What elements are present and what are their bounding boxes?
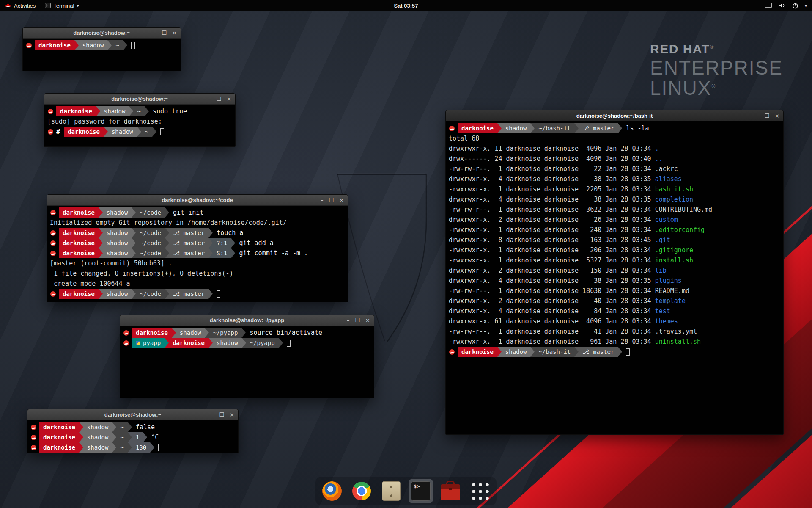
terminal-window-home-1[interactable]: darknoise@shadow:~ – ☐ × darknoiseshadow…	[22, 27, 181, 71]
ls-row: drwxrwxr-x. 4 darknoise darknoise 38 Jan…	[449, 276, 780, 286]
window-titlebar[interactable]: darknoise@shadow:~ – ☐ ×	[27, 409, 238, 420]
prompt-segment-git: ⎇ master	[169, 289, 208, 299]
close-button[interactable]: ×	[230, 412, 234, 417]
maximize-button[interactable]: ☐	[219, 412, 224, 417]
chevron-down-icon[interactable]: ▾	[805, 3, 807, 8]
window-titlebar[interactable]: darknoise@shadow:~/code – ☐ ×	[47, 195, 348, 206]
window-titlebar[interactable]: darknoise@shadow:~/pyapp – ☐ ×	[120, 315, 374, 326]
command-text: source bin/activate	[250, 329, 322, 337]
ls-meta: -rw-rw-r--. 1 darknoise darknoise 3622 J…	[449, 206, 655, 213]
window-title: darknoise@shadow:~	[111, 96, 168, 102]
segment-text: shadow	[112, 128, 133, 135]
powerline-arrow	[231, 238, 235, 248]
activities-button[interactable]: Activities	[0, 0, 40, 11]
powerline-arrow	[129, 106, 133, 116]
segment-text: darknoise	[68, 128, 100, 135]
terminal-line: darknoiseshadow~/bash-it⎇ master	[449, 347, 780, 357]
prompt-segment-user: darknoise	[59, 238, 99, 248]
ls-meta: drwxrwxr-x. 8 darknoise darknoise 163 Ja…	[449, 236, 655, 244]
volume-icon[interactable]	[779, 3, 786, 8]
segment-text: ~/code	[140, 290, 161, 297]
terminal-content[interactable]: darknoiseshadow~/codegit initInitialized…	[47, 206, 348, 302]
powerline-arrow	[99, 238, 103, 248]
close-button[interactable]: ×	[172, 30, 177, 36]
terminal-content[interactable]: darknoiseshadow~sudo true[sudo] password…	[44, 105, 235, 146]
power-icon[interactable]	[792, 3, 798, 9]
system-status-area[interactable]: ▾	[765, 0, 812, 11]
minimize-button[interactable]: –	[347, 318, 350, 323]
powerline-arrow	[132, 238, 136, 248]
terminal-line: darknoiseshadow~/pyappsource bin/activat…	[123, 328, 371, 338]
powerline-arrow	[208, 228, 213, 238]
dock-item-toolbox[interactable]	[438, 479, 463, 503]
maximize-button[interactable]: ☐	[162, 30, 167, 36]
ls-meta: drwxrwxr-x. 2 darknoise darknoise 26 Jan…	[449, 216, 655, 224]
terminal-content[interactable]: darknoiseshadow~	[23, 39, 181, 71]
terminal-window-home-2[interactable]: darknoise@shadow:~ – ☐ × darknoiseshadow…	[27, 409, 239, 453]
window-titlebar[interactable]: darknoise@shadow:~ – ☐ ×	[23, 28, 181, 39]
window-titlebar[interactable]: darknoise@shadow:~/bash-it – ☐ ×	[446, 110, 783, 121]
maximize-button[interactable]: ☐	[329, 197, 334, 203]
segment-text: ~	[145, 128, 148, 135]
prompt-segment-host: shadow	[103, 289, 132, 299]
file-manager-icon	[382, 481, 401, 501]
prompt-segment-host: shadow	[83, 442, 112, 453]
terminal-window-pyapp[interactable]: darknoise@shadow:~/pyapp – ☐ × darknoise…	[120, 315, 374, 398]
prompt-segment-user: darknoise	[59, 289, 99, 299]
display-icon[interactable]	[765, 3, 772, 8]
terminal-content[interactable]: darknoiseshadow~/bash-it⎇ masterls -lato…	[446, 121, 783, 434]
powerline-arrow	[79, 422, 83, 432]
segment-text: ~/code	[140, 229, 161, 236]
terminal-window-sudo[interactable]: darknoise@shadow:~ – ☐ × darknoiseshadow…	[44, 93, 236, 147]
clock[interactable]: Sat 03:57	[394, 3, 418, 9]
powerline-arrow	[112, 432, 116, 442]
command-text: touch a	[217, 229, 243, 237]
redhat-prompt-icon	[48, 129, 53, 135]
maximize-button[interactable]: ☐	[764, 113, 769, 119]
segment-text: darknoise	[173, 340, 205, 346]
dock-item-terminal[interactable]	[409, 479, 433, 503]
powerline-arrow	[137, 127, 141, 137]
segment-text: darknoise	[461, 348, 494, 355]
segment-text: ⎇ master	[173, 290, 205, 297]
powerline-arrow	[112, 442, 116, 453]
powerline-arrow	[152, 127, 156, 137]
minimize-button[interactable]: –	[208, 96, 211, 102]
dock-item-chrome[interactable]	[349, 479, 374, 503]
minimize-button[interactable]: –	[211, 412, 214, 417]
redhat-logo-icon	[5, 3, 11, 8]
prompt-segment-path: ~/pyapp	[246, 338, 279, 348]
close-button[interactable]: ×	[365, 318, 370, 323]
dock-item-show-applications[interactable]	[468, 479, 492, 503]
ls-filename: README.md	[655, 287, 689, 295]
close-button[interactable]: ×	[775, 113, 779, 119]
maximize-button[interactable]: ☐	[216, 96, 221, 102]
terminal-line: darknoiseshadow~/bash-it⎇ masterls -la	[449, 123, 780, 133]
ls-row: -rwxrwxr-x. 1 darknoise darknoise 2205 J…	[449, 184, 780, 194]
powerline-arrow	[165, 207, 169, 218]
command-text: ls -la	[626, 124, 649, 132]
prompt-segment-path: ~/bash-it	[535, 123, 574, 133]
minimize-button[interactable]: –	[321, 197, 324, 203]
powerline-arrow	[165, 289, 169, 299]
output-text: create mode 100644 a	[50, 280, 130, 287]
minimize-button[interactable]: –	[154, 30, 156, 36]
powerline-arrow	[279, 338, 283, 348]
terminal-content[interactable]: darknoiseshadow~falsedarknoiseshadow~1^C…	[27, 420, 238, 453]
terminal-window-code[interactable]: darknoise@shadow:~/code – ☐ × darknoises…	[47, 194, 348, 302]
prompt-segment-user: darknoise	[56, 106, 96, 116]
terminal-window-bash-it[interactable]: darknoise@shadow:~/bash-it – ☐ × darknoi…	[445, 110, 784, 435]
window-titlebar[interactable]: darknoise@shadow:~ – ☐ ×	[44, 94, 235, 105]
close-button[interactable]: ×	[227, 96, 231, 102]
maximize-button[interactable]: ☐	[355, 318, 360, 323]
segment-text: shadow	[217, 340, 238, 346]
close-button[interactable]: ×	[339, 197, 344, 203]
app-menu[interactable]: Terminal ▾	[40, 0, 83, 11]
minimize-button[interactable]: –	[756, 113, 759, 119]
segment-text: S:1	[217, 250, 227, 257]
terminal-content[interactable]: darknoiseshadow~/pyappsource bin/activat…	[120, 326, 374, 398]
dock-item-files[interactable]	[379, 479, 403, 503]
segment-text: shadow	[87, 424, 109, 431]
dock-item-firefox[interactable]	[320, 479, 344, 503]
terminal-output-line: create mode 100644 a	[50, 279, 345, 289]
